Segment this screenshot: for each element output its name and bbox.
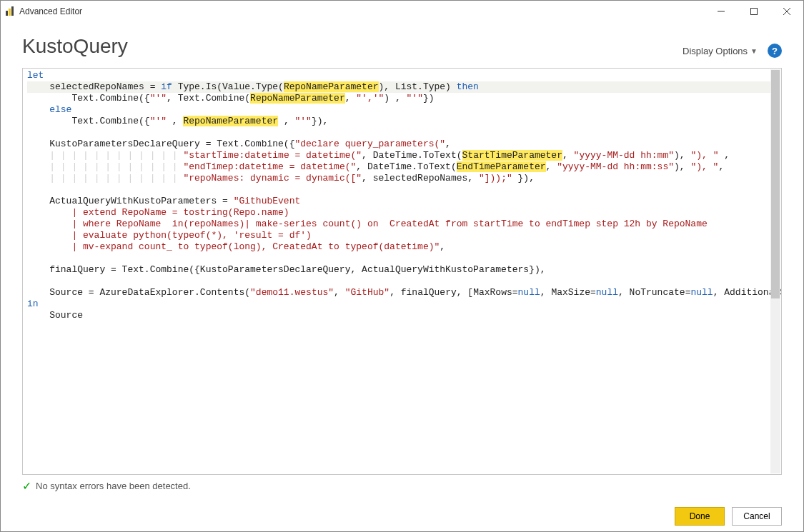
query-name-title: KustoQuery: [22, 35, 128, 58]
window-title: Advanced Editor: [19, 6, 82, 16]
editor-container: let selectedRepoNames = if Type.Is(Value…: [22, 68, 782, 475]
svg-rect-0: [6, 11, 8, 16]
display-options-dropdown[interactable]: Display Options ▼: [683, 46, 758, 56]
chevron-down-icon: ▼: [750, 47, 758, 55]
scrollbar-thumb[interactable]: [771, 70, 780, 298]
status-bar: ✓ No syntax errors have been detected.: [1, 475, 803, 493]
parameter-highlight: EndTimeParameter: [457, 161, 546, 172]
parameter-highlight: StartTimeParameter: [462, 150, 562, 161]
maximize-button[interactable]: [738, 1, 770, 22]
window-titlebar: Advanced Editor: [1, 1, 803, 22]
display-options-label: Display Options: [683, 46, 748, 56]
close-button[interactable]: [770, 1, 803, 22]
svg-rect-2: [11, 6, 14, 16]
help-icon[interactable]: ?: [768, 44, 782, 58]
app-icon: [5, 6, 15, 16]
code-editor[interactable]: let selectedRepoNames = if Type.Is(Value…: [23, 69, 781, 474]
current-line: selectedRepoNames = if Type.Is(Value.Typ…: [27, 81, 780, 93]
parameter-highlight: RepoNameParameter: [183, 116, 278, 126]
footer-buttons: Done Cancel: [1, 493, 803, 526]
minimize-button[interactable]: [705, 1, 738, 22]
code-keyword: let: [27, 70, 44, 81]
parameter-highlight: RepoNameParameter: [284, 81, 379, 92]
done-button[interactable]: Done: [675, 507, 725, 526]
cancel-button[interactable]: Cancel: [732, 507, 782, 526]
parameter-highlight: RepoNameParameter: [250, 93, 345, 104]
header-row: KustoQuery Display Options ▼ ?: [1, 22, 803, 64]
svg-rect-1: [9, 9, 11, 16]
svg-rect-4: [751, 9, 758, 15]
scrollbar-track[interactable]: [770, 69, 780, 473]
status-message: No syntax errors have been detected.: [36, 481, 191, 491]
check-icon: ✓: [22, 479, 31, 493]
